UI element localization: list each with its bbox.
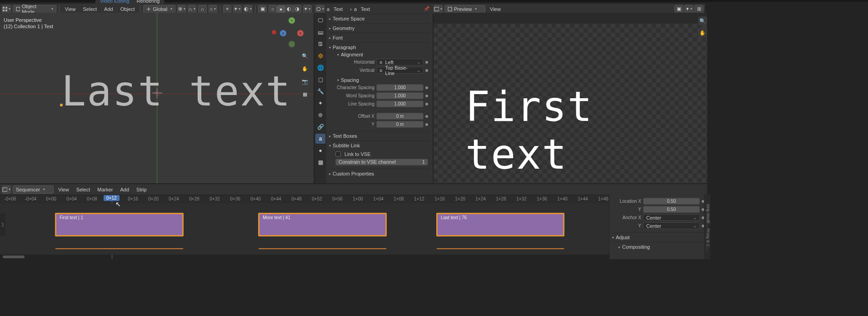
anim-dot[interactable] [425,115,428,118]
panel-geometry[interactable]: ▸Geometry [329,25,430,31]
preview-area[interactable]: First text [434,13,707,183]
proportional-edit[interactable]: ○ [209,5,217,13]
prev-editor-type[interactable] [434,5,443,13]
anim-dot[interactable] [425,95,428,97]
anim-dot[interactable] [425,123,428,126]
anim-dot[interactable] [425,69,428,72]
gizmo-z[interactable]: Z [280,30,286,36]
tab-render[interactable]: 🖵 [315,15,325,25]
nav-gizmo[interactable]: Y Z X [278,17,305,45]
panel-adjust[interactable]: ▾Adjust [612,234,704,241]
prev-pan[interactable]: ✋ [698,28,707,37]
loc-y-field[interactable]: 0.50 [643,206,700,213]
snap-dropdown[interactable]: ∩ [188,5,196,13]
gizmo-dropdown[interactable]: ▾ [233,5,242,13]
tab-constraint[interactable]: 🔗 [315,122,325,132]
workspace-tab-video[interactable]: Video Editing [100,0,130,4]
prev-zoom[interactable]: 🔍 [698,16,707,25]
prev-tool-a[interactable]: ▣ [674,5,683,13]
mode-select[interactable]: Object Mode [13,5,56,13]
prev-menu-view[interactable]: View [487,6,504,12]
text-object-3d[interactable]: Last text [61,67,291,115]
gizmo-toggle[interactable]: ⌖ [223,5,232,13]
subpanel-alignment[interactable]: ▾Alignment [335,51,428,58]
tab-object[interactable]: ▢ [315,75,325,85]
props-editor-type[interactable] [315,5,324,13]
strip-sidebar-tabs[interactable]: Strip Modif… Proxy & C… [704,194,710,259]
workspace-tab-render[interactable]: Rendering [137,0,160,4]
shading-options[interactable]: ▾ [303,5,312,13]
line-spacing-field[interactable]: 1.000 [376,100,424,107]
orientation-select[interactable]: Global [143,5,175,13]
tab-data-text[interactable]: a [315,134,325,144]
snap-toggle[interactable]: ∩ [198,5,207,13]
loc-x-field[interactable]: 0.50 [643,198,700,205]
gizmo-neg-y[interactable] [289,41,295,47]
menu-select[interactable]: Select [80,6,100,12]
seq-menu-strip[interactable]: Strip [134,187,150,192]
seq-editor-type[interactable] [2,186,11,194]
panel-compositing[interactable]: ▸Compositing [612,244,704,250]
anim-dot[interactable] [425,86,428,89]
sequencer-strip[interactable]: More text | 41 [259,213,386,236]
xray-toggle[interactable]: ▣ [258,5,267,13]
shade-render[interactable]: ◑ [293,5,301,13]
pin-icon[interactable]: 📌 [424,6,430,12]
seq-menu-view[interactable]: View [55,187,72,192]
tab-material[interactable]: ● [315,145,325,155]
camera-tool[interactable]: 📷 [300,76,310,86]
gizmo-x[interactable]: X [297,30,304,36]
tab-output[interactable]: 🖴 [315,27,325,37]
tab-physics[interactable]: ⊚ [315,110,325,120]
seq-menu-marker[interactable]: Marker [95,187,115,192]
offset-y-field[interactable]: 0 m [376,121,424,128]
panel-texture-space[interactable]: ▸Texture Space [329,15,430,22]
editor-type-dropdown[interactable] [2,5,11,13]
panel-custom-props[interactable]: ▸Custom Properties [329,171,430,177]
panel-paragraph[interactable]: ▾Paragraph [329,44,430,50]
overlay-dropdown[interactable]: ◐ [244,5,252,13]
tab-texture[interactable]: ▩ [315,157,325,167]
gizmo-y[interactable]: Y [289,17,295,24]
tab-particle[interactable]: ✦ [315,98,325,108]
shade-solid[interactable]: ● [277,5,285,13]
shade-wire[interactable]: ○ [269,5,277,13]
tab-scene[interactable]: 🔅 [315,51,325,61]
sequencer-strip[interactable]: Last text | 76 [437,213,564,236]
panel-subtitle-link[interactable]: ▾Subtitle Link [329,142,430,149]
panel-text-boxes[interactable]: ▸Text Boxes [329,133,430,139]
anchor-x-select[interactable]: Center [643,214,700,221]
word-spacing-field[interactable]: 1.000 [376,92,424,99]
anim-dot[interactable] [425,61,428,64]
viewport-3d[interactable]: User Perspective (12) Collection 1 | Tex… [0,13,314,183]
menu-object[interactable]: Object [118,6,138,12]
char-spacing-field[interactable]: 1.000 [376,84,424,91]
seq-h-scrollbar[interactable] [3,256,25,258]
seq-mode[interactable]: Sequencer [13,186,54,194]
menu-add[interactable]: Add [101,6,116,12]
offset-x-field[interactable]: 0 m [376,113,424,120]
prev-tool-b[interactable]: ▾ [684,5,693,13]
pivot-dropdown[interactable]: ⊕ [177,5,186,13]
tab-modifier[interactable]: 🔧 [315,86,325,96]
constrain-channel-field[interactable]: Constrain to VSE channel1 [335,159,428,166]
menu-view[interactable]: View [62,6,79,12]
prev-tool-c[interactable]: ⊞ [694,5,703,13]
persp-tool[interactable]: ▦ [300,89,310,99]
shade-matprev[interactable]: ◐ [285,5,293,13]
tab-world[interactable]: 🌐 [315,63,325,73]
sequencer-tracks[interactable]: 1 First text | 1More text | 41Last text … [0,203,707,255]
sequencer-strip[interactable]: First text | 1 [55,213,183,236]
pan-tool[interactable]: ✋ [300,64,310,74]
panel-font[interactable]: ▸Font [329,35,430,41]
zoom-tool[interactable]: 🔍 [300,51,310,61]
preview-canvas[interactable]: First text [434,24,707,183]
link-vse-checkbox[interactable] [335,151,341,157]
anchor-y-select[interactable]: Center [643,222,700,229]
tab-viewlayer[interactable]: 🖻 [315,39,325,49]
seq-menu-select[interactable]: Select [74,187,93,192]
seq-menu-add[interactable]: Add [117,187,132,192]
preview-mode[interactable]: Preview [444,5,485,13]
anim-dot[interactable] [425,103,428,105]
subpanel-spacing[interactable]: ▾Spacing [335,77,428,83]
